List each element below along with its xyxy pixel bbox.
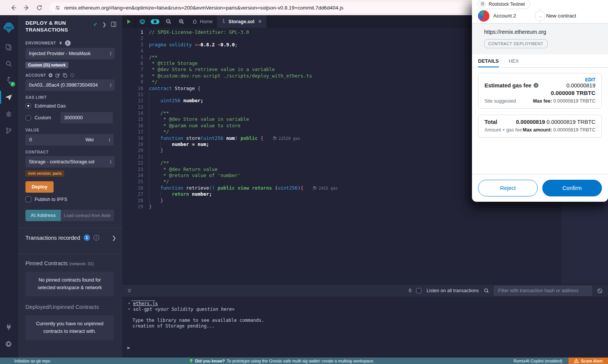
select-stepper-icon: ▴▾ xyxy=(109,138,110,142)
line-number: 5 xyxy=(122,54,143,60)
listen-all-checkbox[interactable] xyxy=(416,288,421,293)
line-number: 4 xyxy=(122,48,143,54)
max-amount: Max amount: 0.00000819 TRBTC xyxy=(522,127,595,133)
at-address-button[interactable]: At Address xyxy=(25,210,61,221)
site-suggested-label: Site suggested xyxy=(484,98,516,104)
terminal-search-icon[interactable] xyxy=(484,288,489,293)
run-script-icon[interactable] xyxy=(122,15,135,28)
network-badge: Custom (31) network xyxy=(25,62,68,68)
terminal-line: creation of Storage pending... xyxy=(127,323,608,329)
copilot-status[interactable]: RemixAI Copilot (enabled) xyxy=(514,359,568,363)
solidity-compiler-icon[interactable]: ✓ xyxy=(0,72,18,89)
zoom-out-icon[interactable] xyxy=(162,15,175,28)
line-number: 28 xyxy=(122,198,143,204)
terminal-line xyxy=(127,312,608,318)
terminal-filter-input[interactable] xyxy=(494,286,592,296)
reject-button[interactable]: Reject xyxy=(478,180,538,196)
pin-panel-icon[interactable] xyxy=(111,22,116,27)
terminal[interactable]: •ethers.js•sol-gpt <your Solidity questi… xyxy=(122,297,608,358)
screen: remix.ethereum.org/#lang=en&optimize=fal… xyxy=(0,0,608,364)
line-number: 8 xyxy=(122,73,143,79)
add-account-icon[interactable] xyxy=(48,73,53,78)
chevron-right-icon[interactable]: ❯ xyxy=(112,235,116,241)
git-init-button[interactable]: Initialize as git repo xyxy=(0,359,50,363)
collapse-terminal-icon[interactable] xyxy=(127,288,132,293)
gas-pump-icon xyxy=(273,136,277,140)
tab-details[interactable]: DETAILS xyxy=(478,58,499,67)
environment-info-icon[interactable]: i xyxy=(65,40,71,46)
select-stepper-icon: ▴▾ xyxy=(110,160,111,164)
plug-icon[interactable] xyxy=(59,41,63,45)
origin-url: https://remix.ethereum.org xyxy=(484,29,602,35)
at-address-input[interactable] xyxy=(61,210,114,221)
pinned-empty-message: No pinned contracts found for selected w… xyxy=(25,272,114,296)
status-bar: Initialize as git repo Did you know? To … xyxy=(0,358,608,364)
clear-console-icon[interactable] xyxy=(597,288,603,294)
line-number: 18 xyxy=(122,135,143,141)
line-number: 10 xyxy=(122,85,143,92)
publish-ipfs-checkbox[interactable] xyxy=(25,196,31,202)
confirm-button[interactable]: Confirm xyxy=(542,180,602,196)
estimated-gas-option[interactable]: Estimated Gas xyxy=(25,103,115,109)
did-you-know-tip: Did you know? To prototype using the Gno… xyxy=(189,359,374,363)
copilot-toggle[interactable] xyxy=(149,15,162,28)
line-number: 3 xyxy=(122,42,143,48)
check-icon: ✓ xyxy=(93,21,98,27)
terminal-line xyxy=(131,298,155,301)
line-number: 11 xyxy=(122,92,143,98)
address-bar[interactable]: remix.ethereum.org/#lang=en&optimize=fal… xyxy=(49,2,483,13)
forward-icon[interactable] xyxy=(20,3,33,13)
deploy-button[interactable]: Deploy xyxy=(25,181,54,193)
line-number: 25 xyxy=(122,179,143,185)
environment-select[interactable]: Injected Provider - MetaMask ▴▾ xyxy=(25,48,115,59)
network-pill[interactable]: R Rootstock Testnet xyxy=(477,0,530,9)
edit-gas-button[interactable]: EDIT xyxy=(484,77,595,82)
tab-home[interactable]: Home xyxy=(188,15,217,28)
remix-logo-icon[interactable] xyxy=(0,19,18,36)
ai-copilot-icon[interactable] xyxy=(136,15,149,28)
back-icon[interactable] xyxy=(7,3,20,13)
line-number: 16 xyxy=(122,123,143,129)
settings-gear-icon[interactable] xyxy=(0,336,18,352)
custom-gas-radio[interactable] xyxy=(25,115,31,121)
deploy-run-panel: DEPLOY & RUN TRANSACTIONS ✓ ❯ ENVIRONMEN… xyxy=(18,15,122,358)
terminal-prompt[interactable]: > xyxy=(127,345,130,351)
metamask-popup: R Rootstock Testnet Account 2 → New cont… xyxy=(472,0,608,202)
value-input[interactable] xyxy=(25,134,82,146)
account-jazzicon xyxy=(478,10,489,22)
gas-pump-icon xyxy=(313,186,317,190)
search-icon[interactable] xyxy=(0,55,18,72)
tab-storage-sol[interactable]: Storage.sol ✕ xyxy=(217,15,266,28)
deploy-and-run-icon[interactable] xyxy=(0,89,18,106)
custom-gas-option[interactable]: Custom xyxy=(25,112,115,123)
custom-gas-input[interactable] xyxy=(60,112,113,123)
close-tab-icon[interactable]: ✕ xyxy=(258,19,262,24)
debugger-icon[interactable] xyxy=(0,106,18,122)
scam-alert-button[interactable]: Scam Alert xyxy=(568,358,608,364)
estimated-gas-radio[interactable] xyxy=(25,103,31,109)
site-settings-icon[interactable] xyxy=(55,5,60,11)
sign-message-icon[interactable] xyxy=(55,73,60,78)
git-icon[interactable] xyxy=(0,122,18,139)
copy-address-icon[interactable] xyxy=(63,73,67,78)
file-explorer-icon[interactable] xyxy=(0,39,18,55)
deployed-empty-message: Currently you have no unpinned contracts… xyxy=(25,315,114,340)
tab-hex[interactable]: HEX xyxy=(509,58,519,67)
arrow-right-icon: → xyxy=(535,11,545,21)
publish-ipfs-option[interactable]: Publish to IPFS xyxy=(25,196,115,202)
gas-limit-label: GAS LIMIT xyxy=(25,95,115,100)
gas-info-icon[interactable]: i xyxy=(534,83,538,88)
line-number: 14 xyxy=(122,110,143,116)
transactions-info-icon[interactable]: i xyxy=(93,235,99,241)
transactions-recorded-row[interactable]: Transactions recorded 1 i ❯ xyxy=(18,228,122,247)
line-number: 6 xyxy=(122,60,143,66)
transaction-count: 0 xyxy=(409,288,412,293)
zoom-in-icon[interactable] xyxy=(175,15,188,28)
value-unit-select[interactable]: Wei ▴▾ xyxy=(82,134,114,146)
gas-fee-currency: 0.000008 TRBTC xyxy=(484,90,595,96)
reload-icon[interactable] xyxy=(33,3,46,13)
account-select[interactable]: 0xA03...85ac4 (0.398673504934 ▴▾ xyxy=(25,79,115,91)
plugin-manager-icon[interactable] xyxy=(0,319,18,336)
chevron-right-icon[interactable]: ❯ xyxy=(102,22,106,27)
contract-select[interactable]: Storage - contracts/Storage.sol ▴▾ xyxy=(25,156,115,168)
